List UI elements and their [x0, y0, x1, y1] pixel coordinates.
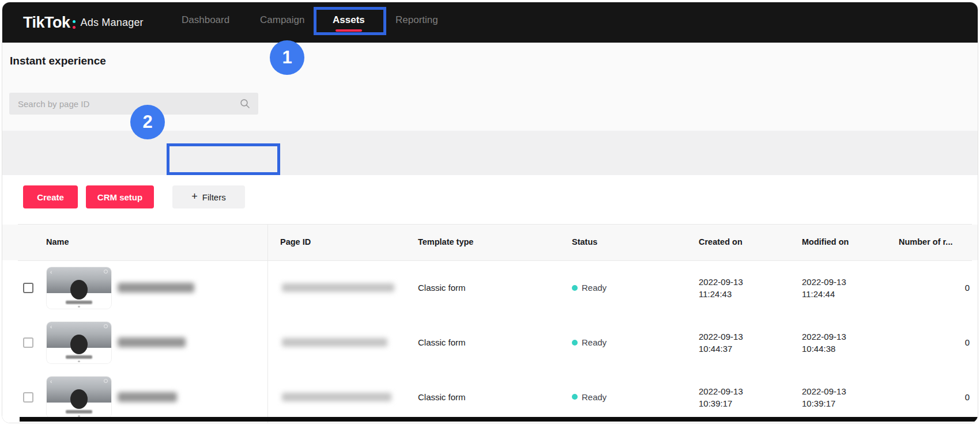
app-window: TikTok Ads Manager Dashboard Campaign As… [2, 2, 978, 423]
tiktok-ads-manager-logo[interactable]: TikTok Ads Manager [23, 2, 144, 43]
brand-ads-manager: Ads Manager [81, 17, 144, 29]
nav-campaign[interactable]: Campaign [260, 14, 305, 26]
top-navigation-bar: TikTok Ads Manager Dashboard Campaign As… [2, 2, 978, 43]
col-header-status: Status [572, 237, 597, 246]
col-header-name: Name [46, 237, 69, 246]
plus-icon: + [191, 191, 198, 203]
status-label: Ready [582, 392, 606, 402]
row-checkbox[interactable] [23, 392, 33, 403]
thumb-corner-icon [104, 324, 108, 328]
created-on-cell: 2022-09-13 11:24:43 [699, 276, 743, 300]
status-cell: Ready [572, 337, 606, 347]
form-name-blurred [118, 283, 194, 293]
status-label: Ready [582, 283, 606, 293]
nav-reporting[interactable]: Reporting [395, 14, 438, 26]
page-id-blurred [282, 338, 387, 347]
name-column-divider [267, 224, 268, 423]
created-on-cell: 2022-09-13 10:39:17 [699, 385, 743, 409]
filters-button[interactable]: + Filters [172, 185, 245, 208]
crm-setup-button[interactable]: CRM setup [86, 185, 154, 208]
created-on-cell: 2022-09-13 10:44:37 [699, 331, 743, 355]
table-header-row: Name Page ID Template type Status Create… [2, 225, 978, 260]
nav-assets[interactable]: Assets [333, 14, 365, 26]
form-name-blurred [118, 392, 177, 402]
filters-label: Filters [202, 192, 226, 202]
bottom-window-edge [20, 417, 978, 422]
template-type-cell: Classic form [418, 283, 466, 293]
template-type-cell: Classic form [418, 337, 466, 347]
form-thumbnail[interactable]: ‹ [47, 267, 111, 309]
modified-on-cell: 2022-09-13 11:24:44 [802, 276, 846, 300]
col-header-number-of-results: Number of r... [899, 237, 952, 246]
form-thumbnail[interactable]: ‹ [47, 322, 111, 363]
search-icon[interactable] [240, 98, 250, 109]
form-name-blurred [118, 337, 186, 347]
table-row: ‹ Classic form Ready 2022-09-13 10:44:37 [2, 315, 978, 370]
form-thumbnail[interactable]: ‹ [47, 377, 111, 418]
thumb-back-icon: ‹ [50, 378, 52, 385]
active-tab-underline [336, 29, 362, 32]
table-row: ‹ Classic form Ready 2022-09-13 11:24:43 [2, 261, 978, 315]
brand-colon-icon [73, 20, 76, 29]
number-of-results-cell: 0 [937, 392, 970, 402]
status-cell: Ready [572, 392, 606, 402]
annotation-step-2-badge: 2 [130, 105, 165, 139]
instant-forms-table: Name Page ID Template type Status Create… [2, 224, 978, 423]
page-id-blurred [282, 393, 391, 401]
number-of-results-cell: 0 [937, 337, 970, 347]
nav-dashboard[interactable]: Dashboard [182, 14, 229, 26]
col-header-page-id: Page ID [280, 237, 311, 246]
status-ready-dot [572, 340, 578, 346]
status-cell: Ready [572, 283, 606, 293]
table-row: ‹ Classic form Ready 2022-09-13 10:39:17 [2, 370, 978, 423]
thumb-back-icon: ‹ [50, 324, 52, 330]
modified-on-cell: 2022-09-13 10:39:17 [802, 385, 846, 409]
status-ready-dot [572, 285, 578, 291]
nav-assets-label: Assets [333, 14, 365, 25]
modified-on-cell: 2022-09-13 10:44:38 [802, 331, 846, 355]
content-panel: Create CRM setup + Filters Name Page ID … [2, 175, 978, 423]
page-title: Instant experience [10, 55, 106, 67]
col-header-modified-on: Modified on [802, 237, 849, 246]
status-ready-dot [572, 394, 578, 400]
number-of-results-cell: 0 [937, 283, 970, 293]
col-header-created-on: Created on [699, 237, 742, 246]
col-header-template-type: Template type [418, 237, 473, 246]
template-type-cell: Classic form [418, 392, 466, 402]
thumb-corner-icon [104, 270, 108, 274]
page-id-blurred [282, 283, 394, 292]
create-button[interactable]: Create [23, 185, 78, 208]
status-label: Ready [582, 337, 606, 347]
row-checkbox[interactable] [23, 283, 33, 293]
thumb-back-icon: ‹ [50, 269, 52, 275]
brand-tiktok: TikTok [23, 14, 70, 32]
annotation-step-1-badge: 1 [270, 40, 304, 75]
row-checkbox[interactable] [23, 337, 33, 348]
thumb-corner-icon [104, 379, 108, 383]
